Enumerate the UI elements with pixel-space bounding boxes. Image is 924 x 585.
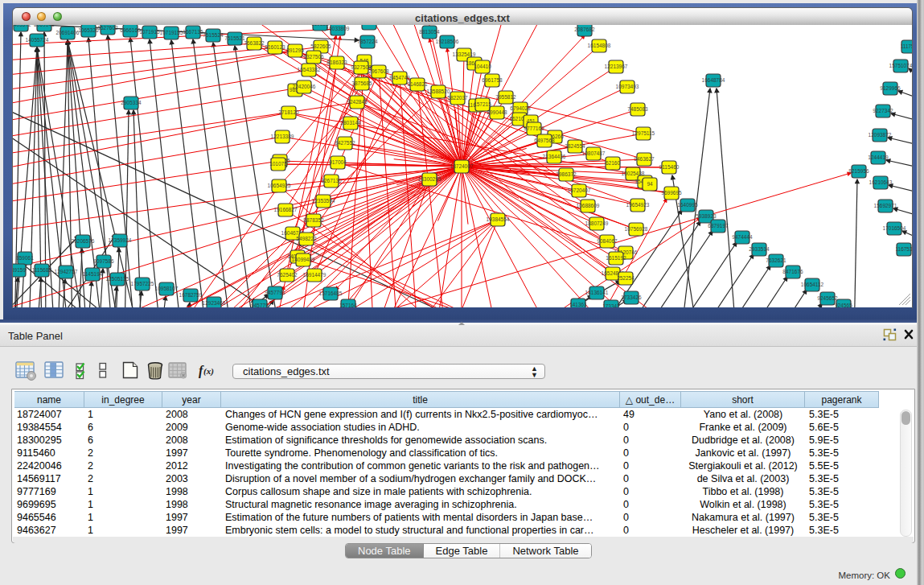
svg-text:8878352: 8878352 bbox=[303, 217, 324, 223]
svg-text:16154808: 16154808 bbox=[588, 43, 611, 48]
svg-text:7663822: 7663822 bbox=[244, 40, 265, 46]
svg-text:10756928: 10756928 bbox=[625, 226, 648, 232]
svg-text:9457791: 9457791 bbox=[265, 290, 285, 295]
svg-text:1615192: 1615192 bbox=[606, 255, 626, 261]
svg-text:12213967: 12213967 bbox=[605, 64, 628, 69]
svg-text:1405572: 1405572 bbox=[13, 25, 31, 27]
svg-text:12213389: 12213389 bbox=[271, 134, 294, 139]
svg-text:157215: 157215 bbox=[474, 101, 491, 107]
svg-text:16543382: 16543382 bbox=[298, 67, 321, 72]
svg-text:8471676: 8471676 bbox=[782, 269, 803, 274]
svg-text:12975115: 12975115 bbox=[632, 130, 655, 136]
svg-text:15716485: 15716485 bbox=[319, 290, 343, 296]
svg-text:917004: 917004 bbox=[329, 159, 347, 165]
svg-text:39159: 39159 bbox=[13, 267, 26, 273]
svg-text:6879197: 6879197 bbox=[708, 223, 729, 229]
svg-text:9097586: 9097586 bbox=[93, 258, 114, 264]
svg-text:19654923: 19654923 bbox=[626, 202, 650, 208]
svg-text:104410: 104410 bbox=[474, 64, 491, 69]
svg-text:5822605: 5822605 bbox=[310, 43, 331, 49]
svg-text:17016504: 17016504 bbox=[883, 225, 906, 231]
svg-text:1065326: 1065326 bbox=[78, 27, 99, 33]
svg-text:(x): (x) bbox=[203, 366, 214, 377]
svg-text:16033809: 16033809 bbox=[326, 26, 350, 31]
svg-text:945779: 945779 bbox=[251, 303, 269, 307]
svg-text:5938923: 5938923 bbox=[696, 213, 717, 219]
svg-text:7485083: 7485083 bbox=[627, 106, 648, 112]
svg-text:8215956: 8215956 bbox=[848, 168, 869, 174]
svg-text:2803144: 2803144 bbox=[340, 120, 361, 126]
svg-text:1071915: 1071915 bbox=[139, 29, 160, 35]
svg-text:8454749: 8454749 bbox=[389, 75, 410, 80]
svg-text:10654112: 10654112 bbox=[801, 282, 824, 287]
svg-text:14136141: 14136141 bbox=[585, 290, 609, 295]
svg-text:12923468: 12923468 bbox=[203, 300, 226, 306]
svg-text:13325419: 13325419 bbox=[453, 51, 476, 57]
svg-text:10688609: 10688609 bbox=[577, 203, 600, 208]
svg-text:7515521: 7515521 bbox=[224, 35, 245, 41]
svg-text:8160123: 8160123 bbox=[265, 44, 285, 50]
svg-text:8186323: 8186323 bbox=[326, 60, 347, 65]
svg-text:7857224: 7857224 bbox=[357, 39, 378, 44]
svg-text:14099489: 14099489 bbox=[292, 257, 315, 262]
svg-text:7955812: 7955812 bbox=[495, 94, 516, 100]
svg-text:9327506: 9327506 bbox=[303, 54, 324, 60]
svg-text:1145194: 1145194 bbox=[83, 271, 103, 277]
svg-text:20691406: 20691406 bbox=[56, 30, 80, 35]
svg-text:8267130: 8267130 bbox=[321, 178, 342, 183]
svg-text:16210643: 16210643 bbox=[869, 179, 893, 185]
svg-text:14055724: 14055724 bbox=[26, 37, 49, 43]
svg-text:16782759: 16782759 bbox=[179, 292, 203, 298]
svg-text:2069141: 2069141 bbox=[34, 25, 55, 27]
svg-text:18724007: 18724007 bbox=[450, 163, 474, 169]
svg-text:8427552: 8427552 bbox=[335, 140, 355, 146]
svg-text:10654925: 10654925 bbox=[268, 183, 291, 188]
svg-text:17957225: 17957225 bbox=[131, 281, 154, 286]
svg-text:173342: 173342 bbox=[602, 303, 620, 307]
svg-text:2905334: 2905334 bbox=[121, 100, 142, 105]
svg-text:3824554: 3824554 bbox=[565, 143, 585, 149]
svg-text:9129966: 9129966 bbox=[880, 85, 901, 91]
svg-text:141361: 141361 bbox=[569, 302, 587, 307]
svg-text:62160: 62160 bbox=[606, 160, 620, 166]
svg-text:19218506: 19218506 bbox=[436, 39, 459, 44]
svg-text:1640995: 1640995 bbox=[677, 202, 698, 208]
svg-text:116753: 116753 bbox=[895, 246, 912, 252]
svg-text:9084067: 9084067 bbox=[597, 238, 618, 244]
svg-text:9242845: 9242845 bbox=[347, 99, 368, 105]
svg-text:9463627: 9463627 bbox=[634, 156, 655, 162]
svg-text:94: 94 bbox=[647, 181, 653, 187]
svg-text:15720407: 15720407 bbox=[568, 187, 591, 193]
svg-text:859061: 859061 bbox=[16, 255, 34, 261]
svg-text:7515524: 7515524 bbox=[203, 32, 224, 38]
svg-text:252254: 252254 bbox=[617, 275, 634, 281]
svg-text:12942757: 12942757 bbox=[55, 269, 78, 274]
svg-text:9227342: 9227342 bbox=[873, 108, 893, 113]
svg-text:13588520: 13588520 bbox=[427, 89, 450, 94]
svg-text:6794028: 6794028 bbox=[510, 105, 531, 111]
svg-text:2967608: 2967608 bbox=[368, 68, 389, 74]
svg-text:10807487: 10807487 bbox=[582, 150, 606, 156]
svg-text:2933514: 2933514 bbox=[749, 246, 770, 252]
svg-text:18807249: 18807249 bbox=[585, 220, 609, 226]
svg-text:12093872: 12093872 bbox=[869, 132, 892, 138]
svg-text:7632621: 7632621 bbox=[766, 257, 786, 263]
svg-text:3875685: 3875685 bbox=[351, 80, 372, 86]
svg-text:1527602: 1527602 bbox=[97, 25, 118, 31]
svg-text:7625402: 7625402 bbox=[277, 272, 298, 278]
svg-text:9777169: 9777169 bbox=[524, 126, 544, 131]
svg-text:157164: 157164 bbox=[339, 303, 357, 307]
svg-text:891295: 891295 bbox=[286, 47, 304, 53]
svg-text:15751074: 15751074 bbox=[889, 63, 912, 68]
svg-text:924565: 924565 bbox=[835, 303, 852, 307]
svg-text:10719155: 10719155 bbox=[160, 30, 183, 35]
svg-text:22420046: 22420046 bbox=[293, 84, 316, 89]
svg-text:1115682: 1115682 bbox=[32, 267, 52, 273]
svg-text:17359924: 17359924 bbox=[109, 237, 132, 243]
svg-text:9474444: 9474444 bbox=[732, 234, 753, 240]
svg-text:12353594: 12353594 bbox=[312, 198, 335, 204]
svg-text:9146821: 9146821 bbox=[407, 81, 428, 87]
svg-text:10958107: 10958107 bbox=[155, 286, 179, 291]
svg-text:6497568: 6497568 bbox=[534, 138, 555, 143]
svg-text:101075: 101075 bbox=[269, 161, 287, 167]
